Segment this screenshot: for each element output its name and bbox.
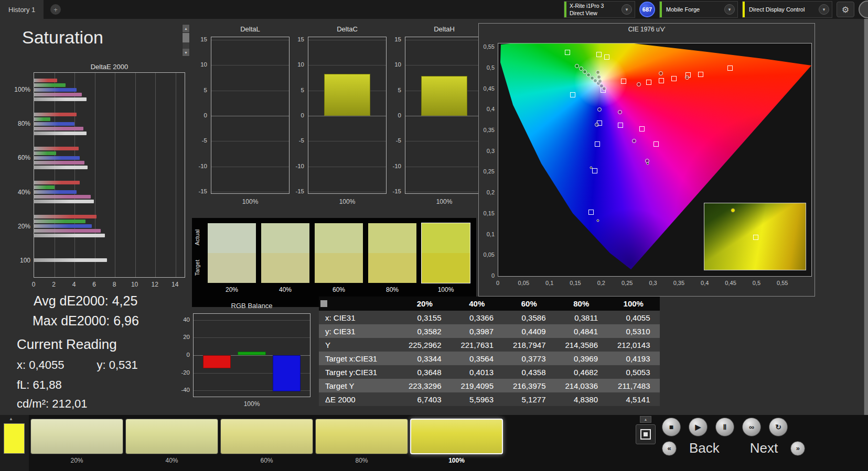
delta-h-chart: DeltaH151050-5-10-15100% [389,25,486,210]
deltae-bar [34,83,66,87]
cie-1976-chart: CIE 1976 u'v' 0,550,50,450,40,350,30,250… [478,23,815,297]
chevron-down-icon[interactable]: ▾ [819,4,829,15]
patch-button[interactable]: 40% [125,419,218,464]
play-button[interactable]: ▶ [689,418,708,436]
deltae-bar [34,195,91,199]
swatch-pair [368,223,416,283]
refresh-button[interactable]: ↻ [769,418,788,436]
rgb-bar-blue [273,355,301,391]
delta-y-tick-label: -10 [295,163,304,169]
meter-count-badge[interactable]: 687 [639,2,655,17]
pattern-source-dropdown[interactable]: Mobile Forge ▾ [659,1,738,18]
delta-gridline [211,141,289,141]
swatch-label: 100% [422,286,470,293]
actual-swatch [368,223,416,253]
deltae-bar [34,224,92,228]
delta-y-tick-label: 0 [204,112,207,118]
next-chevron-icon[interactable]: » [790,441,805,456]
profile-button[interactable] [859,1,868,18]
deltae-bar-group [34,107,185,141]
add-tab-button[interactable]: + [50,4,61,15]
settings-button[interactable]: ⚙ [837,2,854,17]
table-cell-value: 223,3296 [399,381,451,390]
loop-infinity-button[interactable]: ∞ [742,418,761,436]
cie-chart-title: CIE 1976 u'v' [479,26,815,33]
cie-measurement-point [598,79,602,83]
history-tab[interactable]: History 1 [0,0,44,19]
cdm2-reading: cd/m²: 212,01 [17,397,88,411]
pause-button[interactable]: Ⅱ [715,418,734,436]
deltae-bar-group [34,73,185,107]
deltae-row-label: 40% [19,175,33,209]
delta-l-chart: DeltaL151050-5-10-15100% [195,25,292,210]
deltae-bar [34,93,82,96]
cie-target-point [592,168,597,173]
layout-scrollbar[interactable]: ▲ ▼ [182,24,190,57]
y-reading: y: 0,531 [97,358,138,372]
cie-y-tick-label: 0,5 [487,64,495,71]
cie-y-tick-label: 0,1 [487,231,495,237]
cie-y-axis: 0,550,50,450,40,350,30,250,20,150,10,050 [479,43,496,277]
delta-chart-title: DeltaL [211,25,290,33]
cie-target-point [570,92,575,97]
cie-target-point [618,123,623,128]
cie-y-tick-label: 0,55 [484,43,495,50]
cie-plot-area [498,43,812,277]
stop-button[interactable]: ■ [662,418,681,436]
patch-panel-up-icon[interactable]: ▲ [9,417,13,421]
rgb-balance-chart: RGB Balance40200-20-40100% [173,302,316,415]
table-row-label: Target x:CIE31 [319,354,399,363]
cie-x-axis: 00,050,10,150,20,250,30,350,40,450,50,55 [498,280,812,288]
table-cell-value: 214,0336 [555,381,608,390]
back-chevron-icon[interactable]: « [662,441,677,456]
table-cell-value: 221,7631 [451,341,503,349]
deltae-bar [34,200,94,203]
cie-target-point [646,80,651,85]
rgb-plot-area [193,313,310,397]
right-scrollbar[interactable] [864,19,868,415]
swatch-columns: 20%40%60%80%100% [208,223,470,293]
table-corner-icon [320,300,327,307]
patch-button[interactable]: 60% [220,419,313,464]
deltae-x-tick-label: 6 [92,281,96,288]
gear-icon: ⚙ [842,5,849,15]
cie-target-point [727,65,733,71]
deltae-bar [34,97,87,101]
delta-x-label: 100% [211,198,290,205]
patch-window-button[interactable] [636,424,656,444]
cie-measurement-point [595,123,599,127]
chevron-down-icon[interactable]: ▾ [724,4,735,15]
scrollbar-thumb[interactable] [183,33,189,42]
panel-up-icon[interactable]: ▲ [640,416,651,423]
cie-x-tick-label: 0,55 [777,280,788,286]
delta-y-tick-label: -10 [392,163,401,169]
back-button[interactable]: Back [689,440,720,456]
chevron-down-icon[interactable]: ▾ [621,4,632,15]
deltae-bar [34,185,55,189]
display-control-dropdown[interactable]: Direct Display Control ▾ [742,1,832,18]
deltae-bar [34,229,101,233]
table-header-cell: 40% [451,299,503,308]
scroll-up-icon[interactable]: ▲ [183,25,189,32]
deltae-x-tick-label: 2 [52,281,56,288]
rgb-y-tick-label: 0 [187,352,190,358]
delta-y-tick-label: 0 [398,112,401,118]
delta-gridline [211,65,289,65]
delta-gridline [405,65,483,65]
table-row-label: ΔE 2000 [319,395,399,404]
delta-y-tick-label: 10 [200,61,207,68]
patch-swatch [410,419,503,454]
patch-button[interactable]: 80% [315,419,408,464]
table-header-cell: 20% [399,299,451,308]
patch-button[interactable]: 20% [30,419,123,464]
scroll-down-icon[interactable]: ▼ [183,49,189,56]
table-body: x: CIE310,31550,33660,35860,38110,4055y:… [319,311,660,406]
meter-dropdown[interactable]: X-Rite i1Pro 3 Direct View ▾ [564,1,635,18]
deltae-bar-group [34,243,185,277]
cie-measurement-point [575,64,579,68]
swatch-pair [315,223,363,283]
patch-button[interactable]: 100% [410,419,503,464]
next-button[interactable]: Next [750,440,778,456]
deltae-bar [34,215,97,218]
cie-y-tick-label: 0,45 [484,85,495,92]
